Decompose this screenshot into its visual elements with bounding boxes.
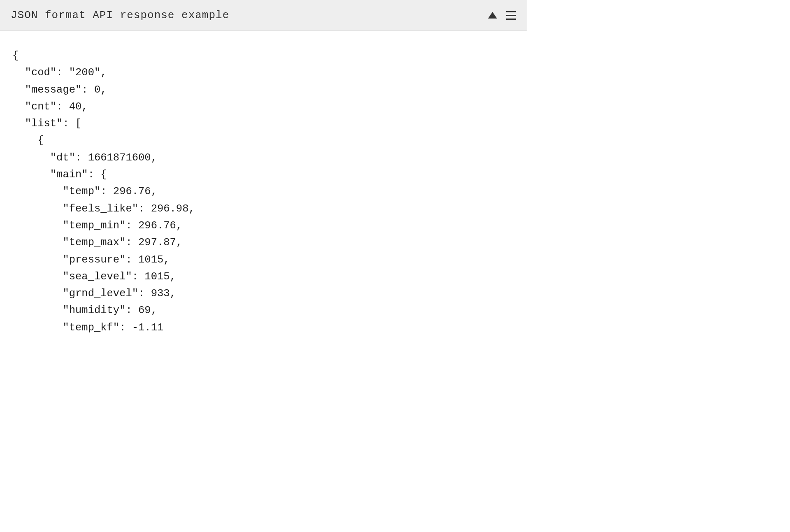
menu-icon[interactable] [506, 11, 516, 20]
menu-bar [506, 15, 516, 16]
collapse-up-icon[interactable] [488, 12, 497, 19]
header-bar: JSON format API response example [0, 0, 527, 31]
code-block: { "cod": "200", "message": 0, "cnt": 40,… [0, 31, 527, 336]
header-title: JSON format API response example [11, 9, 229, 21]
menu-bar [506, 11, 516, 12]
header-actions [488, 11, 516, 20]
menu-bar [506, 19, 516, 20]
